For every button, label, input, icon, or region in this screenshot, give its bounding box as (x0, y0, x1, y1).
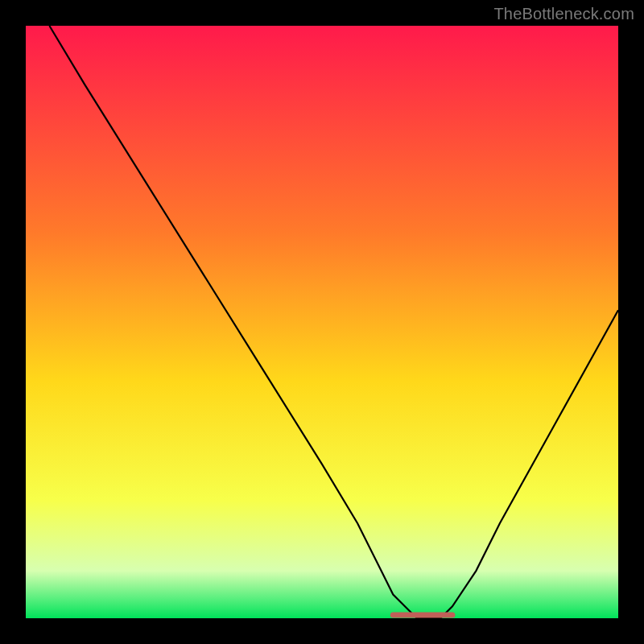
watermark-text: TheBottleneck.com (493, 5, 634, 23)
plot-area (26, 26, 618, 618)
chart-frame: TheBottleneck.com (0, 0, 644, 644)
chart-svg (0, 0, 644, 644)
